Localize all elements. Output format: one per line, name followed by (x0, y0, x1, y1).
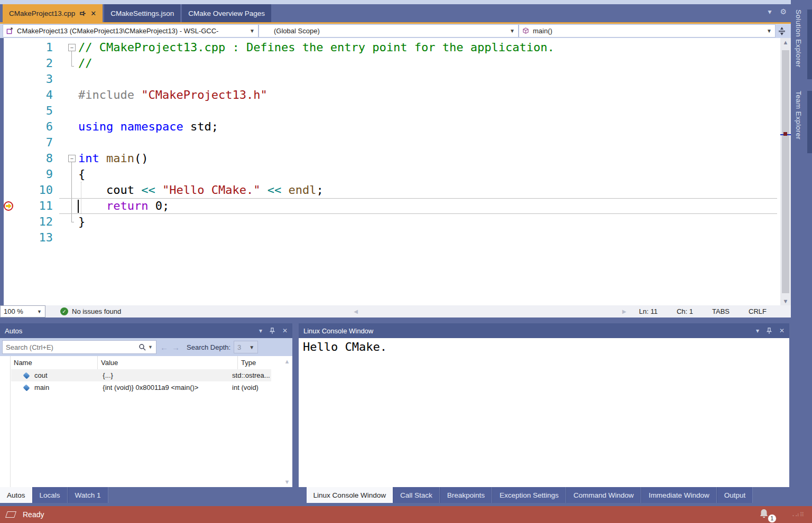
close-icon[interactable]: ✕ (90, 10, 96, 17)
panel-gap (0, 317, 791, 323)
scroll-up-icon[interactable]: ▲ (780, 38, 791, 46)
search-icon[interactable] (139, 343, 146, 351)
tool-tab-linux-console-window[interactable]: Linux Console Window (307, 487, 393, 503)
document-tab-cmake-overview-pages[interactable]: CMake Overview Pages (182, 4, 271, 22)
tool-tab-immediate-window[interactable]: Immediate Window (641, 487, 717, 503)
split-editor-button[interactable] (776, 24, 788, 38)
line-number: 9 (4, 166, 53, 182)
eol-indicator[interactable]: CRLF (749, 307, 767, 315)
code-line[interactable]: // (78, 55, 93, 71)
health-indicator-label: No issues found (72, 307, 121, 315)
pin-icon[interactable] (767, 328, 772, 334)
autos-table[interactable]: Name Value Type ▲ ▼ cout{...}std::ostrea… (0, 356, 292, 487)
fold-guide-corner (71, 66, 74, 67)
sidebar-tab-strip (807, 91, 812, 153)
code-line[interactable]: int main() (78, 151, 148, 166)
code-editor[interactable]: 1// CMakeProject13.cpp : Defines the ent… (0, 38, 791, 305)
close-icon[interactable]: ✕ (282, 327, 288, 334)
project-selector-dropdown[interactable]: CMakeProject13 (CMakeProject13\CMakeProj… (3, 24, 259, 38)
autos-scrollbar[interactable]: ▲ ▼ (282, 356, 292, 487)
zoom-level-dropdown[interactable]: 100 % ▼ (0, 305, 45, 317)
column-header-value[interactable]: Value (98, 356, 238, 369)
notifications-button[interactable]: 1 (759, 508, 772, 521)
search-input[interactable] (6, 343, 139, 351)
column-header-type[interactable]: Type (238, 356, 282, 369)
autos-title-bar[interactable]: Autos ▾ ✕ (0, 323, 292, 338)
tool-tab-autos[interactable]: Autos (0, 487, 32, 503)
search-back-icon[interactable]: ← (160, 343, 168, 352)
code-token: endl (281, 183, 316, 197)
code-token: int (78, 152, 99, 165)
autos-panel: Autos ▾ ✕ ▼ ← → Search Depth: 3 ▼ Name (0, 323, 292, 487)
code-token: << (267, 183, 282, 197)
tool-tab-watch-1[interactable]: Watch 1 (68, 487, 108, 503)
tool-tab-breakpoints[interactable]: Breakpoints (440, 487, 492, 503)
search-forward-icon[interactable]: → (172, 343, 180, 352)
scroll-down-icon[interactable]: ▼ (282, 478, 292, 486)
code-token: // CMakeProject13.cpp : Defines the entr… (78, 41, 555, 54)
search-box[interactable]: ▼ (2, 340, 156, 354)
scroll-up-icon[interactable]: ▲ (282, 357, 292, 366)
check-circle-icon: ✓ (60, 307, 68, 315)
code-line[interactable]: { (78, 166, 85, 182)
code-line[interactable]: #include "CMakeProject13.h" (78, 87, 267, 103)
table-row-main[interactable]: main{int (void)} 0x80011a9 <main()>int (… (11, 381, 271, 394)
console-title-bar[interactable]: Linux Console Window ▾ ✕ (299, 323, 789, 338)
code-token: std; (183, 120, 218, 133)
member-selector-dropdown[interactable]: main() ▼ (519, 24, 776, 38)
current-statement-arrow-icon[interactable] (4, 201, 13, 211)
autos-title: Autos (5, 327, 22, 335)
code-line[interactable]: cout << "Hello CMake." << endl; (78, 182, 324, 198)
column-header-name[interactable]: Name (11, 356, 98, 369)
fold-collapse-icon[interactable]: − (68, 44, 76, 51)
hscroll-right-icon[interactable]: ▶ (622, 309, 626, 314)
table-row-cout[interactable]: cout{...}std::ostrea... (11, 369, 271, 381)
project-selector-label: CMakeProject13 (CMakeProject13\CMakeProj… (17, 27, 218, 35)
text-caret (78, 200, 79, 213)
tool-tab-exception-settings[interactable]: Exception Settings (492, 487, 566, 503)
console-output[interactable]: Hello CMake. (299, 338, 789, 487)
member-selector-label: main() (533, 27, 552, 35)
current-line-border-top (59, 198, 777, 199)
hscroll-left-icon[interactable]: ◀ (354, 309, 358, 314)
document-tab-cmakeproject13-cpp[interactable]: CMakeProject13.cpp✕ (3, 4, 103, 22)
window-position-icon[interactable]: ▾ (756, 327, 759, 334)
code-token: // (78, 57, 93, 70)
window-position-icon[interactable]: ▾ (259, 327, 262, 334)
code-line[interactable]: // CMakeProject13.cpp : Defines the entr… (78, 40, 555, 55)
pin-icon[interactable] (270, 328, 275, 334)
background-tasks-icon[interactable] (5, 511, 16, 518)
tab-list-dropdown-icon[interactable]: ▾ (768, 7, 771, 16)
scroll-down-icon[interactable]: ▼ (780, 297, 791, 305)
search-depth-dropdown[interactable]: 3 ▼ (234, 341, 258, 353)
code-token (155, 183, 162, 197)
tool-tab-output[interactable]: Output (717, 487, 753, 503)
fold-collapse-icon[interactable]: − (68, 155, 76, 162)
editor-scrollbar-thumb[interactable] (782, 50, 789, 293)
right-tool-tabs: Linux Console WindowCall StackBreakpoint… (307, 487, 753, 503)
chevron-down-icon[interactable]: ▼ (148, 344, 153, 350)
scope-selector-dropdown[interactable]: (Global Scope) ▼ (259, 24, 519, 38)
close-icon[interactable]: ✕ (779, 327, 785, 334)
code-token: cout (78, 183, 141, 197)
tool-tab-call-stack[interactable]: Call Stack (393, 487, 440, 503)
code-line[interactable]: } (78, 214, 85, 230)
code-token: using namespace (78, 120, 183, 133)
health-indicator[interactable]: ✓ No issues found (60, 307, 121, 315)
sidebar-tab-solution-explorer[interactable]: Solution Explorer (795, 10, 802, 68)
sidebar-tab-team-explorer[interactable]: Team Explorer (795, 91, 802, 139)
chevron-down-icon: ▼ (33, 309, 42, 314)
cell-name: cout (34, 371, 103, 379)
tool-tab-locals[interactable]: Locals (32, 487, 68, 503)
indent-guide-line (81, 182, 81, 213)
gear-icon[interactable]: ⚙ (780, 7, 787, 16)
method-cube-icon (522, 27, 529, 34)
tool-tab-command-window[interactable]: Command Window (566, 487, 641, 503)
code-line[interactable]: using namespace std; (78, 119, 218, 135)
document-tab-cmakesettings-json[interactable]: CMakeSettings.json (104, 4, 180, 22)
resize-grip[interactable]: ⠠⠴⠿ (790, 511, 805, 518)
code-line[interactable]: return 0; (78, 198, 169, 214)
pin-icon[interactable] (79, 10, 86, 17)
tabs-indicator[interactable]: TABS (712, 307, 730, 315)
line-number: 10 (4, 182, 53, 198)
